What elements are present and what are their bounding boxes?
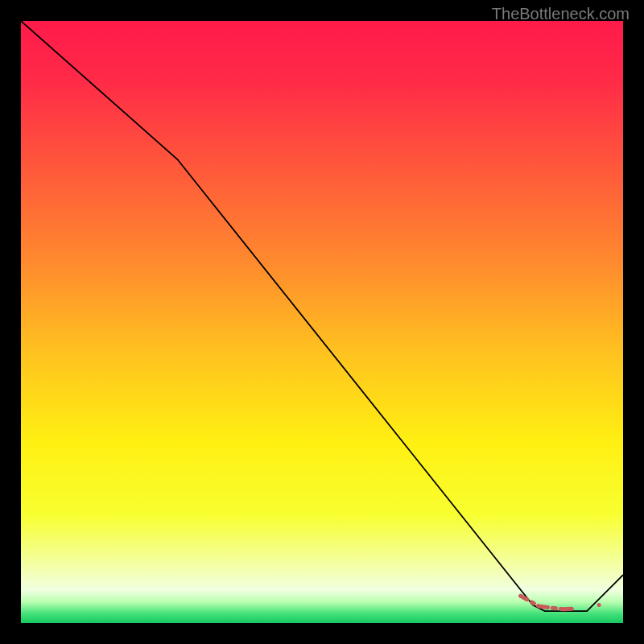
chart-svg [21, 21, 623, 623]
gradient-background [21, 21, 623, 623]
svg-point-1 [597, 603, 601, 607]
svg-point-0 [518, 594, 522, 598]
chart-area [21, 21, 623, 623]
watermark: TheBottleneck.com [492, 5, 630, 23]
